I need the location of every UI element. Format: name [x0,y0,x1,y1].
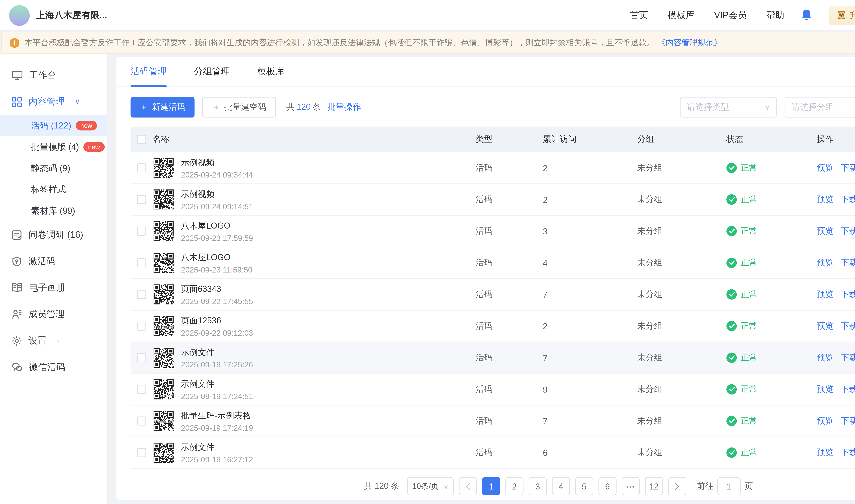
row-checkbox[interactable] [137,322,146,330]
sidebar-item-workbench[interactable]: 工作台 [0,62,107,89]
row-checkbox[interactable] [137,290,146,299]
page-button-4[interactable]: 4 [552,477,570,495]
row-checkbox[interactable] [137,353,146,362]
next-page-button[interactable] [668,477,686,495]
action-download[interactable]: 下载 [841,162,855,174]
row-checkbox[interactable] [137,385,146,394]
sidebar-item-batch-templates[interactable]: 批量模版 (4) new [0,136,107,158]
sidebar-item-activation-codes[interactable]: 激活码 [0,248,107,274]
action-preview[interactable]: 预览 [817,289,834,300]
action-download[interactable]: 下载 [841,320,855,332]
status-ok-icon [727,163,737,173]
row-checkbox[interactable] [137,163,146,173]
action-preview[interactable]: 预览 [817,447,834,458]
qr-thumbnail[interactable] [153,378,174,400]
qr-thumbnail[interactable] [153,347,174,369]
tab-live-code-management[interactable]: 活码管理 [130,57,167,86]
nav-vip-member[interactable]: VIP会员 [714,10,747,21]
row-name[interactable]: 示例文件 [181,441,253,453]
sidebar-item-live-codes[interactable]: 活码 (122) new [0,115,107,136]
sidebar-item-settings[interactable]: 设置 › [0,327,107,354]
page-size-select[interactable]: 10条/页 ∨ [407,477,454,495]
group-filter-select[interactable]: 请选择分组 ∨ [785,97,855,118]
qr-thumbnail[interactable] [153,220,174,242]
row-checkbox[interactable] [137,258,146,267]
row-name[interactable]: 八木屋LOGO [181,251,252,263]
sidebar-item-wechat-codes[interactable]: 微信活码 [0,354,107,380]
tab-template-library[interactable]: 模板库 [257,57,284,86]
action-download[interactable]: 下载 [841,289,855,300]
action-download[interactable]: 下载 [841,447,855,458]
plus-icon: ＋ [212,101,221,113]
nav-home[interactable]: 首页 [630,10,648,21]
action-download[interactable]: 下载 [841,415,855,427]
row-name[interactable]: 示例视频 [181,157,253,168]
prev-page-button[interactable] [459,477,477,495]
action-download[interactable]: 下载 [841,352,855,363]
action-download[interactable]: 下载 [841,257,855,269]
row-name[interactable]: 示例文件 [181,346,253,358]
batch-create-button[interactable]: ＋ 批量建空码 [202,97,276,118]
action-download[interactable]: 下载 [841,383,855,395]
notification-bell-icon[interactable] [801,9,813,22]
page-button-1[interactable]: 1 [482,477,500,495]
type-filter-select[interactable]: 请选择类型 ∨ [680,97,777,118]
select-all-checkbox[interactable] [137,135,146,144]
action-preview[interactable]: 预览 [817,194,834,205]
row-created-date: 2025-09-22 09:12:03 [181,328,253,338]
qr-thumbnail[interactable] [153,157,174,179]
row-name[interactable]: 页面63343 [181,283,253,295]
action-download[interactable]: 下载 [841,226,855,237]
row-name[interactable]: 页面12536 [181,315,253,326]
sidebar-item-static-codes[interactable]: 静态码 (9) [0,158,107,179]
row-visits: 4 [543,258,637,268]
row-checkbox[interactable] [137,416,146,426]
sidebar-item-label-styles[interactable]: 标签样式 [0,179,107,200]
action-download[interactable]: 下载 [841,194,855,205]
qr-thumbnail[interactable] [153,188,174,211]
row-name[interactable]: 批量生码-示例表格 [181,410,253,421]
row-group: 未分组 [637,383,727,395]
qr-thumbnail[interactable] [153,252,174,274]
row-name[interactable]: 八木屋LOGO [181,220,253,232]
sidebar-item-material-library[interactable]: 素材库 (99) [0,200,107,221]
action-preview[interactable]: 预览 [817,226,834,237]
action-preview[interactable]: 预览 [817,320,834,332]
qr-thumbnail[interactable] [153,442,174,464]
row-name[interactable]: 示例视频 [181,188,253,200]
nav-template-library[interactable]: 模板库 [667,10,695,21]
qr-thumbnail[interactable] [153,315,174,337]
new-live-code-button[interactable]: ＋ 新建活码 [130,97,194,118]
page-button-3[interactable]: 3 [528,477,547,495]
action-preview[interactable]: 预览 [817,162,834,174]
header-nav: 首页 模板库 VIP会员 帮助 [630,10,784,21]
sidebar-item-member-management[interactable]: 成员管理 [0,301,107,327]
nav-help[interactable]: 帮助 [766,10,784,21]
content-policy-link[interactable]: 《内容管理规范》 [657,37,722,48]
batch-operations-link[interactable]: 批量操作 [328,101,361,113]
page-button-6[interactable]: 6 [598,477,617,495]
row-checkbox[interactable] [137,195,146,204]
page-ellipsis[interactable]: ••• [622,477,640,495]
action-preview[interactable]: 预览 [817,352,834,363]
upgrade-renew-button[interactable]: 升级/续费 [830,5,855,25]
page-button-2[interactable]: 2 [505,477,523,495]
row-checkbox[interactable] [137,448,146,457]
qr-thumbnail[interactable] [153,284,174,305]
row-name[interactable]: 示例文件 [181,378,253,390]
page-button-12[interactable]: 12 [645,477,663,495]
page-button-5[interactable]: 5 [575,477,593,495]
action-preview[interactable]: 预览 [817,383,834,395]
row-checkbox[interactable] [137,227,146,236]
action-preview[interactable]: 预览 [817,257,834,269]
action-preview[interactable]: 预览 [817,415,834,427]
sidebar-item-content-management[interactable]: 内容管理 ∨ [0,89,107,115]
sidebar-item-survey[interactable]: 问卷调研 (16) [0,221,107,248]
qr-thumbnail[interactable] [153,410,174,432]
goto-page-input[interactable]: 1 [717,477,740,495]
row-group: 未分组 [637,194,727,205]
workspace-switcher[interactable]: 上海八木屋有限... [9,5,107,25]
app-viewport: 上海八木屋有限... 首页 模板库 VIP会员 帮助 升级/续费 VIP [0,0,855,504]
sidebar-item-ebook[interactable]: 电子画册 [0,274,107,301]
tab-group-management[interactable]: 分组管理 [194,57,230,86]
